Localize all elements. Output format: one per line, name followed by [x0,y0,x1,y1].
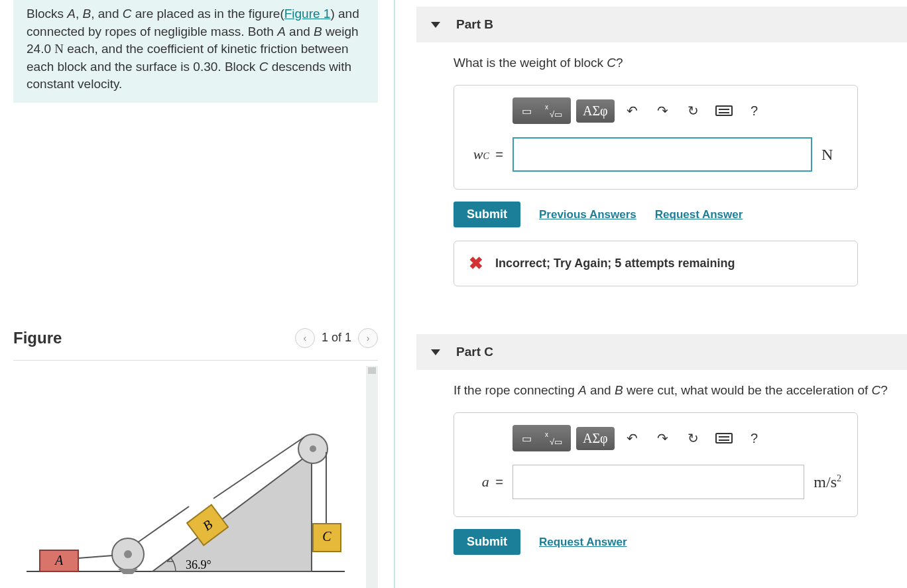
figure-next-button[interactable]: › [358,328,378,348]
undo-button[interactable]: ↶ [620,99,645,123]
vertical-divider [394,0,395,588]
part-b-feedback: ✖ Incorrect; Try Again; 5 attempts remai… [454,241,858,286]
redo-button[interactable]: ↷ [650,426,676,450]
svg-text:√▭: √▭ [550,109,562,119]
part-b-submit-button[interactable]: Submit [454,202,520,227]
previous-answers-link[interactable]: Previous Answers [539,208,636,221]
svg-line-6 [138,506,189,542]
part-c-question: If the rope connecting A and B were cut,… [454,383,907,398]
reset-button[interactable]: ↻ [681,426,706,450]
label-A: A [54,553,64,567]
request-answer-link[interactable]: Request Answer [539,536,627,549]
part-c-variable: a = [470,473,503,491]
figure-title: Figure [13,329,62,347]
svg-text:√▭: √▭ [550,437,562,446]
svg-line-4 [78,556,113,558]
part-c-header[interactable]: Part C [416,334,907,370]
caret-down-icon [431,22,440,28]
template-tool-button[interactable]: ▭ x√▭ [513,97,571,124]
label-C: C [322,529,332,544]
request-answer-link[interactable]: Request Answer [655,208,743,221]
greek-symbols-button[interactable]: ΑΣφ [576,427,615,450]
incorrect-icon: ✖ [469,253,483,274]
part-c-input[interactable] [513,465,804,499]
keyboard-button[interactable] [711,99,737,123]
part-c-title: Part C [456,345,493,359]
part-b-header[interactable]: Part B [416,7,907,42]
figure-diagram: A B [20,419,358,588]
part-c-submit-button[interactable]: Submit [454,529,520,555]
part-c-answer-box: ▭ x√▭ ΑΣφ ↶ ↷ ↻ ? a = m/s2 [454,412,858,517]
keyboard-button[interactable] [711,426,737,450]
part-b-variable: wC = [470,146,503,163]
label-angle: 36.9° [186,558,212,571]
svg-point-8 [310,445,316,452]
part-b-question: What is the weight of block C? [454,56,907,70]
greek-symbols-button[interactable]: ΑΣφ [576,99,615,123]
part-b-answer-box: ▭ x√▭ ΑΣφ ↶ ↷ ↻ ? wC = N [454,85,858,190]
svg-text:x: x [545,103,548,111]
reset-button[interactable]: ↻ [681,99,706,123]
problem-statement: Blocks A, B, and C are placed as in the … [13,0,378,103]
part-b-title: Part B [456,17,493,32]
template-tool-button[interactable]: ▭ x√▭ [513,425,571,451]
svg-point-3 [124,550,132,558]
part-b-unit: N [821,146,841,164]
figure-prev-button[interactable]: ‹ [295,328,315,348]
help-button[interactable]: ? [742,426,767,450]
figure-counter: 1 of 1 [322,331,351,345]
part-b-input[interactable] [513,137,812,172]
figure-viewport: A B [13,366,378,588]
feedback-text: Incorrect; Try Again; 5 attempts remaini… [495,257,735,270]
svg-text:x: x [545,431,548,438]
figure-link[interactable]: Figure 1 [284,7,331,21]
undo-button[interactable]: ↶ [620,426,645,450]
part-c-unit: m/s2 [814,473,841,491]
help-button[interactable]: ? [742,99,767,123]
redo-button[interactable]: ↷ [650,99,676,123]
caret-down-icon [431,349,440,355]
